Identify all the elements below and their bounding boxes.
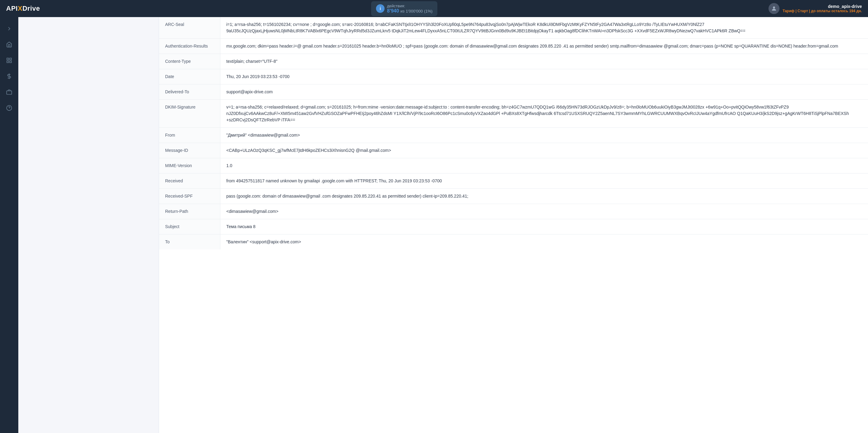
table-row: From"Дмитрий" <dimasawiew@gmail.com> xyxy=(159,128,868,143)
plan-info: Тариф | Старт | до оплаты осталось 194 д… xyxy=(782,9,862,13)
row-value: pass (google.com: domain of dimasawiew@g… xyxy=(220,189,868,204)
table-row: Received-SPFpass (google.com: domain of … xyxy=(159,189,868,204)
svg-rect-6 xyxy=(7,91,12,95)
row-value: mx.google.com; dkim=pass header.i=@ gmai… xyxy=(220,39,868,54)
table-row: DateThu, 20 Jun 2019 03:23:53 -0700 xyxy=(159,69,868,85)
sidebar-item-help[interactable] xyxy=(2,101,16,115)
sidebar-item-connections[interactable] xyxy=(2,54,16,67)
table-row: Message-ID<CABp+ULzAOzQ3qKSC_gj7wfMcE7jt… xyxy=(159,143,868,158)
logo-x: X xyxy=(18,5,22,12)
avatar xyxy=(769,3,779,14)
dollar-icon xyxy=(6,73,12,79)
row-key: Content-Type xyxy=(159,54,220,69)
logo-drive: Drive xyxy=(22,5,40,12)
headers-table: ARC-Seali=1; a=rsa-sha256; t=1561026234;… xyxy=(159,17,868,249)
header: APIXDrive i действия: 8'940 из 1'000'000… xyxy=(0,0,868,17)
sidebar-item-tasks[interactable] xyxy=(2,86,16,99)
svg-point-0 xyxy=(773,6,775,8)
row-key: From xyxy=(159,128,220,143)
sidebar-item-billing[interactable] xyxy=(2,69,16,83)
row-value: i=1; a=rsa-sha256; t=1561026234; cv=none… xyxy=(220,17,868,39)
row-key: Received-SPF xyxy=(159,189,220,204)
row-key: Subject xyxy=(159,219,220,234)
row-value: 1.0 xyxy=(220,158,868,173)
row-key: Date xyxy=(159,69,220,85)
main-content: ARC-Seali=1; a=rsa-sha256; t=1561026234;… xyxy=(18,17,868,433)
row-key: Return-Path xyxy=(159,204,220,219)
table-row: Content-Typetext/plain; charset="UTF-8" xyxy=(159,54,868,69)
svg-rect-3 xyxy=(7,61,9,63)
days-count: 194 xyxy=(849,9,855,13)
actions-separator: из xyxy=(400,9,404,13)
connections-icon xyxy=(6,57,12,63)
row-value: <dimasawiew@gmail.com> xyxy=(220,204,868,219)
svg-rect-4 xyxy=(10,61,11,63)
table-row: Return-Path<dimasawiew@gmail.com> xyxy=(159,204,868,219)
username: demo_apix-drive xyxy=(782,4,862,9)
table-row: ARC-Seali=1; a=rsa-sha256; t=1561026234;… xyxy=(159,17,868,39)
logo-api: API xyxy=(6,5,18,12)
row-value: from 494257511817 named unknown by gmail… xyxy=(220,173,868,189)
app-body: ARC-Seali=1; a=rsa-sha256; t=1561026234;… xyxy=(0,17,868,433)
row-value: support@apix-drive.com xyxy=(220,85,868,100)
row-key: DKIM-Signature xyxy=(159,100,220,128)
table-row: Delivered-Tosupport@apix-drive.com xyxy=(159,85,868,100)
actions-count: 8'940 xyxy=(387,8,399,13)
user-info: demo_apix-drive Тариф | Старт | до оплат… xyxy=(769,3,862,14)
row-key: Authentication-Results xyxy=(159,39,220,54)
sidebar-item-arrow[interactable] xyxy=(2,22,16,35)
table-row: Receivedfrom 494257511817 named unknown … xyxy=(159,173,868,189)
row-value: "Дмитрий" <dimasawiew@gmail.com> xyxy=(220,128,868,143)
row-value: v=1; a=rsa-sha256; c=relaxed/relaxed; d=… xyxy=(220,100,868,128)
row-key: MIME-Version xyxy=(159,158,220,173)
table-panel[interactable]: ARC-Seali=1; a=rsa-sha256; t=1561026234;… xyxy=(159,17,868,433)
table-row: Authentication-Resultsmx.google.com; dki… xyxy=(159,39,868,54)
table-row: MIME-Version1.0 xyxy=(159,158,868,173)
actions-total: 1'000'000 xyxy=(406,9,423,13)
row-key: Message-ID xyxy=(159,143,220,158)
row-value: Thu, 20 Jun 2019 03:23:53 -0700 xyxy=(220,69,868,85)
briefcase-icon xyxy=(6,89,12,95)
row-key: Received xyxy=(159,173,220,189)
svg-rect-2 xyxy=(10,58,11,60)
info-icon: i xyxy=(376,4,384,13)
sidebar-item-home[interactable] xyxy=(2,38,16,51)
table-row: SubjectТема письма 8 xyxy=(159,219,868,234)
arrow-right-icon xyxy=(6,26,12,32)
sidebar xyxy=(0,17,18,433)
row-value: text/plain; charset="UTF-8" xyxy=(220,54,868,69)
left-panel xyxy=(18,17,159,433)
content-area: ARC-Seali=1; a=rsa-sha256; t=1561026234;… xyxy=(18,17,868,433)
row-value: <CABp+ULzAOzQ3qKSC_gj7wfMcE7jtdH6kpoZEHC… xyxy=(220,143,868,158)
table-row: DKIM-Signaturev=1; a=rsa-sha256; c=relax… xyxy=(159,100,868,128)
row-value: Тема письма 8 xyxy=(220,219,868,234)
row-key: Delivered-To xyxy=(159,85,220,100)
actions-label: действия: xyxy=(387,4,432,8)
actions-info: i действия: 8'940 из 1'000'000 (1%) xyxy=(371,1,437,16)
row-value: "Валентин" <support@apix-drive.com> xyxy=(220,234,868,250)
user-icon xyxy=(771,5,777,11)
table-row: To"Валентин" <support@apix-drive.com> xyxy=(159,234,868,250)
actions-percent: (1%) xyxy=(424,9,432,13)
logo: APIXDrive xyxy=(6,5,40,12)
svg-rect-1 xyxy=(7,58,9,60)
row-key: To xyxy=(159,234,220,250)
help-icon xyxy=(6,105,12,111)
row-key: ARC-Seal xyxy=(159,17,220,39)
home-icon xyxy=(6,41,12,47)
